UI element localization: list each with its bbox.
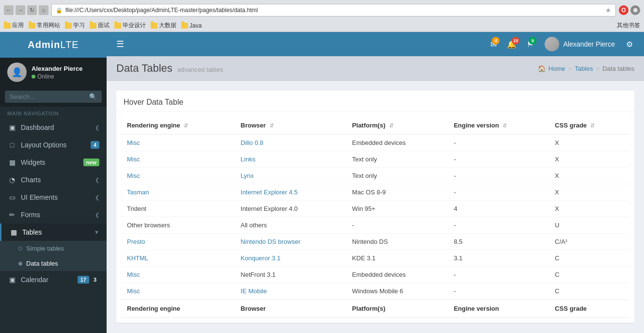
cell-engine: Trident bbox=[121, 201, 235, 217]
footer-css: CSS grade bbox=[549, 300, 629, 317]
bookmarks-bar: 应用 常用网站 学习 面试 毕业设计 大数据 Java 其他书签 bbox=[0, 20, 644, 32]
cell-browser[interactable]: Links bbox=[235, 151, 346, 168]
bookmark-other[interactable]: 其他书签 bbox=[617, 21, 640, 30]
cell-version: 8.5 bbox=[448, 234, 549, 250]
cell-engine: Presto bbox=[121, 234, 235, 250]
sidebar-item-label: UI Elements bbox=[21, 193, 95, 201]
alerts-badge: 10 bbox=[512, 37, 519, 45]
sidebar-item-calendar[interactable]: ▣ Calendar 17 3 bbox=[0, 271, 107, 288]
cell-version: 3.1 bbox=[448, 250, 549, 267]
box-title: Hover Data Table bbox=[124, 98, 183, 107]
back-button[interactable]: ← bbox=[4, 5, 14, 15]
widgets-badge: new bbox=[83, 159, 99, 166]
notifications-button[interactable]: ✉ 4 bbox=[487, 36, 501, 53]
table-head: Rendering engine ⇵ Browser ⇵ Platform(s)… bbox=[121, 117, 629, 134]
sub-item-dot-icon bbox=[18, 247, 22, 251]
sidebar-item-forms[interactable]: ✏ Forms ❮ bbox=[0, 206, 107, 223]
home-button[interactable]: ⌂ bbox=[39, 5, 48, 15]
brand-text: AdminLTE bbox=[28, 39, 79, 50]
cell-engine: Misc bbox=[121, 283, 235, 300]
cell-engine: Misc bbox=[121, 151, 235, 168]
col-rendering-engine[interactable]: Rendering engine ⇵ bbox=[121, 117, 235, 134]
cell-platform: Text only bbox=[346, 151, 448, 168]
sidebar-brand[interactable]: AdminLTE bbox=[0, 32, 107, 58]
cell-css: X bbox=[549, 184, 629, 201]
col-browser[interactable]: Browser ⇵ bbox=[235, 117, 346, 134]
breadcrumb-section-link[interactable]: Tables bbox=[575, 65, 593, 72]
cell-platform: Nintendo DS bbox=[346, 234, 448, 250]
box-body: Rendering engine ⇵ Browser ⇵ Platform(s)… bbox=[116, 112, 634, 323]
layout-badge: 4 bbox=[91, 141, 99, 149]
app-wrapper: AdminLTE 👤 Alexander Pierce Online 🔍 MAI… bbox=[0, 32, 644, 333]
ui-elements-icon: ▭ bbox=[7, 193, 17, 201]
sidebar-item-widgets[interactable]: ▦ Widgets new bbox=[0, 154, 107, 171]
tables-submenu: Simple tables Data tables bbox=[0, 241, 107, 271]
folder-icon bbox=[65, 23, 72, 29]
cell-platform: Embedded devices bbox=[346, 267, 448, 283]
cell-version: - bbox=[448, 168, 549, 184]
cell-browser[interactable]: IE Mobile bbox=[235, 283, 346, 300]
sidebar-item-ui-elements[interactable]: ▭ UI Elements ❮ bbox=[0, 189, 107, 206]
cell-engine: Misc bbox=[121, 134, 235, 151]
cell-css: X bbox=[549, 201, 629, 217]
search-button[interactable]: 🔍 bbox=[89, 93, 97, 100]
cell-version: - bbox=[448, 134, 549, 151]
chevron-icon: ❮ bbox=[95, 194, 99, 201]
cell-browser: NetFront 3.1 bbox=[235, 267, 346, 283]
footer-engine: Rendering engine bbox=[121, 300, 235, 317]
cell-browser[interactable]: Nintendo DS browser bbox=[235, 234, 346, 250]
refresh-button[interactable]: ↻ bbox=[27, 5, 37, 15]
sidebar-item-dashboard[interactable]: ▣ Dashboard ❮ bbox=[0, 119, 107, 136]
col-engine-version[interactable]: Engine version ⇵ bbox=[448, 117, 549, 134]
data-table: Rendering engine ⇵ Browser ⇵ Platform(s)… bbox=[121, 117, 629, 318]
bookmark-apps[interactable]: 应用 bbox=[4, 21, 24, 30]
status-text: Online bbox=[37, 73, 54, 80]
chevron-icon: ❮ bbox=[95, 177, 99, 183]
search-input[interactable] bbox=[10, 93, 85, 100]
cell-browser[interactable]: Dillo 0.8 bbox=[235, 134, 346, 151]
cell-browser[interactable]: Internet Explorer 4.5 bbox=[235, 184, 346, 201]
user-menu[interactable]: Alexander Pierce bbox=[540, 37, 620, 51]
bookmark-bigdata[interactable]: 大数据 bbox=[151, 21, 176, 30]
footer-version: Engine version bbox=[448, 300, 549, 317]
sidebar-toggle-button[interactable]: ☰ bbox=[114, 36, 126, 52]
notifications-badge: 4 bbox=[492, 37, 500, 45]
cell-css: X bbox=[549, 134, 629, 151]
sidebar-status: Online bbox=[31, 73, 99, 80]
browser-toolbar: ← → ↻ ⌂ 🔒 file:///C:/Users/cxx/Desktop/p… bbox=[0, 0, 644, 20]
cell-platform: Embedded devices bbox=[346, 134, 448, 151]
cell-css: X bbox=[549, 151, 629, 168]
bookmark-common-sites[interactable]: 常用网站 bbox=[29, 21, 60, 30]
bookmark-star-icon[interactable]: ★ bbox=[605, 6, 612, 14]
table-header-row: Rendering engine ⇵ Browser ⇵ Platform(s)… bbox=[121, 117, 629, 134]
bookmark-java[interactable]: Java bbox=[181, 22, 202, 29]
sidebar-item-tables[interactable]: ▦ Tables ▼ bbox=[0, 223, 107, 241]
forward-button[interactable]: → bbox=[16, 5, 25, 15]
table-row: KHTML Konqueror 3.1 KDE 3.1 3.1 C bbox=[121, 250, 629, 267]
col-platform[interactable]: Platform(s) ⇵ bbox=[346, 117, 448, 134]
url-bar[interactable]: 🔒 file:///C:/Users/cxx/Desktop/page/Admi… bbox=[51, 4, 616, 16]
settings-button[interactable]: ⚙ bbox=[622, 36, 637, 53]
sidebar-sub-item-data-tables[interactable]: Data tables bbox=[0, 256, 107, 271]
main-header: ☰ ✉ 4 🔔 10 ⚑ 9 Al bbox=[107, 32, 644, 56]
chevron-icon: ❮ bbox=[95, 125, 99, 131]
sidebar-item-charts[interactable]: ◔ Charts ❮ bbox=[0, 171, 107, 189]
bookmark-study[interactable]: 学习 bbox=[65, 21, 85, 30]
sidebar-item-layout[interactable]: □ Layout Options 4 bbox=[0, 136, 107, 154]
cell-browser[interactable]: Konqueror 3.1 bbox=[235, 250, 346, 267]
col-css-grade[interactable]: CSS grade ⇵ bbox=[549, 117, 629, 134]
table-row: Trident Internet Explorer 4.0 Win 95+ 4 … bbox=[121, 201, 629, 217]
bookmark-thesis[interactable]: 毕业设计 bbox=[114, 21, 146, 30]
status-dot-icon bbox=[31, 75, 35, 79]
table-row: Misc IE Mobile Windows Mobile 6 - C bbox=[121, 283, 629, 300]
cell-browser[interactable]: Lynx bbox=[235, 168, 346, 184]
user-info: Alexander Pierce Online bbox=[31, 65, 99, 80]
sidebar-sub-item-simple-tables[interactable]: Simple tables bbox=[0, 241, 107, 256]
sidebar-item-label: Forms bbox=[21, 211, 95, 219]
sub-item-label: Simple tables bbox=[26, 245, 64, 252]
title-area: Data Tables advanced tables bbox=[116, 62, 223, 75]
alerts-button[interactable]: 🔔 10 bbox=[503, 36, 520, 53]
bookmark-interview[interactable]: 面试 bbox=[90, 21, 110, 30]
breadcrumb-home-link[interactable]: Home bbox=[549, 65, 565, 72]
tasks-button[interactable]: ⚑ 9 bbox=[523, 36, 537, 53]
